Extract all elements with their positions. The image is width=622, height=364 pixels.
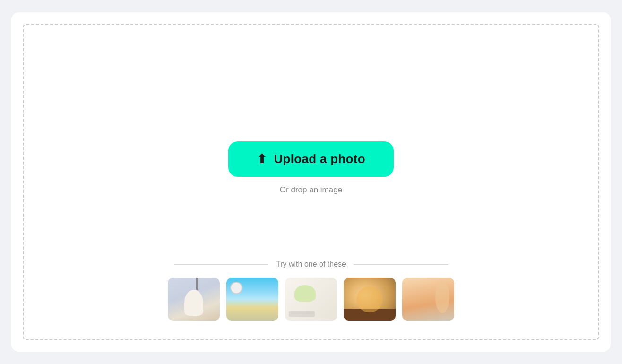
upload-section: ⬆ Upload a photo Or drop an image bbox=[228, 141, 394, 195]
sample-image-2[interactable] bbox=[226, 278, 278, 321]
upload-button[interactable]: ⬆ Upload a photo bbox=[228, 141, 394, 177]
sample-images-row bbox=[168, 278, 454, 321]
samples-divider-left bbox=[174, 264, 268, 265]
drop-hint-label: Or drop an image bbox=[280, 185, 342, 195]
upload-icon: ⬆ bbox=[257, 152, 267, 166]
drop-zone[interactable]: ⬆ Upload a photo Or drop an image Try wi… bbox=[23, 24, 599, 340]
sample-image-5[interactable] bbox=[402, 278, 454, 321]
samples-label-row: Try with one of these bbox=[174, 260, 448, 269]
samples-section: Try with one of these bbox=[24, 260, 598, 321]
samples-label: Try with one of these bbox=[276, 260, 346, 269]
sample-image-3[interactable] bbox=[285, 278, 337, 321]
sample-image-1[interactable] bbox=[168, 278, 220, 321]
main-container: ⬆ Upload a photo Or drop an image Try wi… bbox=[11, 12, 611, 352]
samples-divider-right bbox=[354, 264, 448, 265]
upload-button-label: Upload a photo bbox=[274, 152, 365, 166]
sample-image-4[interactable] bbox=[344, 278, 396, 321]
